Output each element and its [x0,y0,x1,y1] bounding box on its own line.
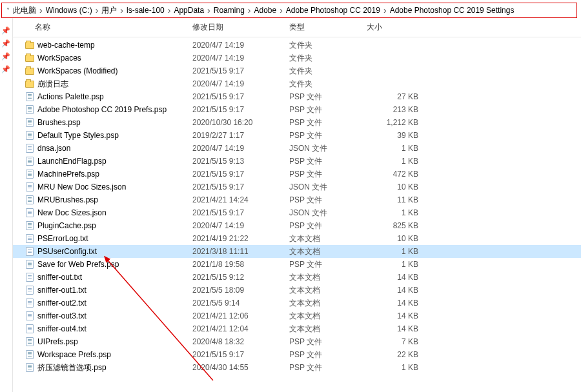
file-row[interactable]: New Doc Sizes.json2021/5/15 9:17JSON 文件1… [13,206,581,219]
file-type-cell: PSP 文件 [289,104,367,115]
psp-file-icon [25,337,35,347]
psp-file-icon [25,156,35,166]
file-row[interactable]: web-cache-temp2020/4/7 14:19文件夹 [13,39,581,52]
chevron-down-icon[interactable] [5,7,12,14]
file-name-cell: MRU New Doc Sizes.json [25,182,192,192]
file-name-text: sniffer-out.txt [37,273,82,282]
file-name-text: Default Type Styles.psp [37,131,119,140]
file-row[interactable]: sniffer-out.txt2021/5/15 9:12文本文档14 KB [13,271,581,284]
breadcrumb-item[interactable]: Adobe [252,6,278,15]
file-date-cell: 2021/5/15 9:17 [192,208,289,217]
file-type-cell: PSP 文件 [289,156,367,167]
file-row[interactable]: MRUBrushes.psp2021/4/21 14:24PSP 文件11 KB [13,193,581,206]
file-row[interactable]: PSErrorLog.txt2021/4/19 21:22文本文档10 KB [13,232,581,245]
file-row[interactable]: 崩溃日志2020/4/7 14:19文件夹 [13,77,581,90]
breadcrumb-label: Windows (C:) [45,6,94,15]
file-name-cell: LaunchEndFlag.psp [25,156,192,166]
chevron-right-icon[interactable] [166,5,173,15]
file-type-cell: 文本文档 [289,324,367,335]
file-row[interactable]: sniffer-out1.txt2021/5/5 18:09文本文档14 KB [13,284,581,297]
chevron-right-icon[interactable] [205,5,212,15]
file-row[interactable]: Adobe Photoshop CC 2019 Prefs.psp2021/5/… [13,103,581,116]
file-date-cell: 2021/5/15 9:13 [192,157,289,166]
file-type-cell: 文件夹 [289,66,367,77]
file-row[interactable]: PluginCache.psp2020/4/7 14:19PSP 文件825 K… [13,219,581,232]
file-size-cell: 472 KB [367,170,431,179]
file-size-cell: 1 KB [367,157,431,166]
file-type-cell: PSP 文件 [289,117,367,128]
file-name-text: 挤压滤镜首选项.psp [37,362,107,373]
file-row[interactable]: Workspace Prefs.psp2021/5/15 9:17PSP 文件2… [13,348,581,361]
psp-file-icon [25,130,35,141]
file-size-cell: 10 KB [367,182,431,191]
file-type-cell: 文本文档 [289,311,367,322]
pin-icon: 📌 [0,63,12,75]
breadcrumb-item[interactable]: 用户 [100,5,118,16]
file-row[interactable]: WorkSpaces2020/4/7 14:19文件夹 [13,52,581,64]
file-row[interactable]: 挤压滤镜首选项.psp2020/4/30 14:55PSP 文件1 KB [13,361,581,374]
file-date-cell: 2021/4/21 14:24 [192,195,289,204]
file-date-cell: 2021/5/15 9:17 [192,182,289,191]
chevron-right-icon[interactable] [118,5,125,15]
file-name-cell: web-cache-temp [25,40,192,50]
file-type-cell: PSP 文件 [289,220,367,231]
chevron-right-icon[interactable] [246,5,253,15]
file-row[interactable]: sniffer-out3.txt2021/4/21 12:06文本文档14 KB [13,309,581,322]
file-row[interactable]: WorkSpaces (Modified)2021/5/15 9:17文件夹 [13,64,581,77]
file-type-cell: PSP 文件 [289,195,367,206]
column-header-size[interactable]: 大小 [367,22,431,33]
file-row[interactable]: Default Type Styles.psp2019/2/27 1:17PSP… [13,129,581,142]
file-size-cell: 14 KB [367,273,431,282]
file-date-cell: 2021/4/21 12:04 [192,324,289,333]
breadcrumb-item[interactable]: Adobe Photoshop CC 2019 [285,6,382,15]
psp-file-icon [25,169,35,179]
file-row[interactable]: MachinePrefs.psp2021/5/15 9:17PSP 文件472 … [13,168,581,181]
breadcrumb-item[interactable]: 此电脑 [12,5,37,16]
breadcrumb-item[interactable]: AppData [172,6,205,15]
file-row[interactable]: Actions Palette.psp2021/5/15 9:17PSP 文件2… [13,90,581,103]
file-row[interactable]: dnsa.json2020/4/7 14:19JSON 文件1 KB [13,142,581,155]
file-name-text: Actions Palette.psp [37,92,104,101]
file-row[interactable]: Brushes.psp2020/10/30 16:20PSP 文件1,212 K… [13,116,581,129]
column-header-name[interactable]: 名称 [25,22,192,33]
chevron-right-icon[interactable] [94,5,101,15]
psp-file-icon [25,220,35,231]
chevron-right-icon[interactable] [37,5,45,15]
column-header-name-label: 名称 [35,22,50,33]
file-row[interactable]: LaunchEndFlag.psp2021/5/15 9:13PSP 文件1 K… [13,155,581,168]
file-row[interactable]: sniffer-out4.txt2021/4/21 12:04文本文档14 KB [13,322,581,335]
folder-icon [25,79,35,89]
file-name-cell: New Doc Sizes.json [25,208,192,218]
breadcrumb-item[interactable]: Windows (C:) [45,6,94,15]
file-name-cell: Workspace Prefs.psp [25,349,192,360]
address-bar[interactable]: 此电脑Windows (C:)用户ls-sale-100AppDataRoami… [1,3,577,18]
file-date-cell: 2020/4/7 14:19 [192,221,289,230]
file-size-cell: 22 KB [367,350,431,359]
breadcrumb-item[interactable]: ls-sale-100 [125,6,166,15]
file-type-cell: 文件夹 [289,53,367,64]
file-row[interactable]: PSUserConfig.txt2021/3/18 11:11文本文档1 KB [13,245,581,258]
file-name-text: sniffer-out1.txt [37,286,87,295]
breadcrumb-item[interactable]: Adobe Photoshop CC 2019 Settings [389,6,516,15]
file-row[interactable]: MRU New Doc Sizes.json2021/5/15 9:17JSON… [13,181,581,193]
breadcrumb-item[interactable]: Roaming [212,6,246,15]
psp-file-icon [25,195,35,205]
chevron-right-icon[interactable] [382,5,389,15]
file-row[interactable]: Save for Web Prefs.psp2021/1/8 19:58PSP … [13,258,581,271]
file-date-cell: 2020/4/7 14:19 [192,144,289,153]
file-icon [25,143,35,153]
column-header-type[interactable]: 类型 [289,22,367,33]
file-list[interactable]: web-cache-temp2020/4/7 14:19文件夹WorkSpace… [13,37,581,392]
file-type-cell: PSP 文件 [289,349,367,360]
psp-file-icon [25,349,35,360]
file-type-cell: 文本文档 [289,233,367,244]
chevron-right-icon[interactable] [278,5,285,15]
column-header-row: 名称 修改日期 类型 大小 [13,18,581,37]
column-header-date[interactable]: 修改日期 [192,22,289,33]
file-type-cell: 文本文档 [289,246,367,257]
file-date-cell: 2021/5/15 9:17 [192,170,289,179]
file-name-text: PluginCache.psp [37,221,96,230]
file-row[interactable]: UIPrefs.psp2020/4/8 18:32PSP 文件7 KB [13,335,581,348]
file-row[interactable]: sniffer-out2.txt2021/5/5 9:14文本文档14 KB [13,297,581,309]
breadcrumb: 此电脑Windows (C:)用户ls-sale-100AppDataRoami… [12,5,515,16]
